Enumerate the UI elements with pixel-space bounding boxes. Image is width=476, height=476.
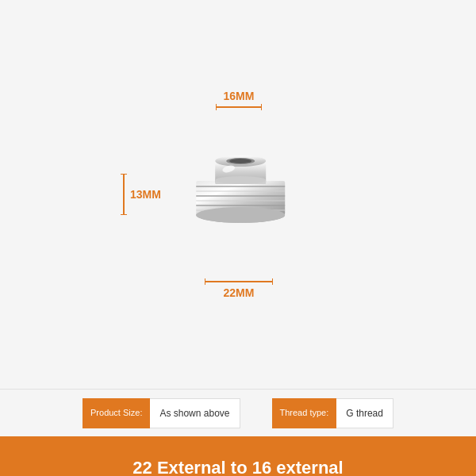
product-size-value: As shown above bbox=[150, 398, 240, 428]
dim-13mm-label: 13MM bbox=[130, 188, 161, 201]
svg-point-14 bbox=[215, 176, 266, 184]
thread-type-label: Thread type: bbox=[272, 398, 337, 428]
svg-point-12 bbox=[196, 207, 285, 223]
product-image bbox=[177, 145, 304, 244]
footer-bar: 22 External to 16 external bbox=[0, 436, 476, 476]
thread-type-value: G thread bbox=[336, 398, 393, 428]
dim-16mm-label: 16MM bbox=[224, 90, 255, 102]
thread-type-item: Thread type: G thread bbox=[272, 398, 393, 428]
top-dimension: 16MM bbox=[216, 90, 262, 110]
svg-point-11 bbox=[229, 159, 251, 163]
dim-22mm-label: 22MM bbox=[224, 286, 255, 299]
product-size-item: Product Size: As shown above bbox=[83, 398, 240, 428]
left-dimension: 13MM bbox=[121, 174, 161, 215]
product-size-label: Product Size: bbox=[83, 398, 150, 428]
info-bar: Product Size: As shown above Thread type… bbox=[0, 389, 476, 436]
bottom-dimension: 22MM bbox=[205, 278, 273, 299]
footer-title: 22 External to 16 external bbox=[132, 457, 343, 476]
product-area: 16MM 22MM 13MM bbox=[0, 0, 476, 389]
dim-wrapper: 16MM 22MM 13MM bbox=[111, 75, 365, 313]
